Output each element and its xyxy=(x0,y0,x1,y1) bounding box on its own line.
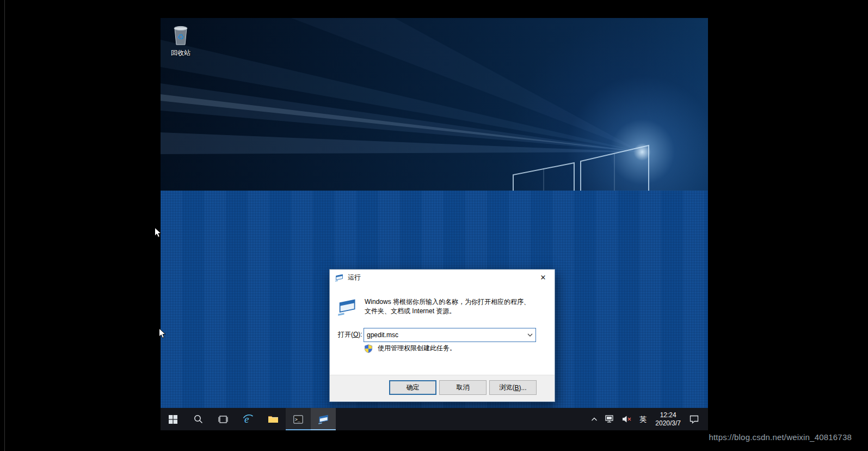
run-app-icon xyxy=(318,414,329,425)
wallpaper-light-beams xyxy=(161,18,708,191)
command-prompt-icon: >_ xyxy=(293,415,303,424)
browse-label-post: )... xyxy=(519,384,527,392)
open-combobox xyxy=(364,328,536,342)
screen-edge-line xyxy=(4,0,5,451)
open-label-key: O xyxy=(353,331,358,338)
ime-indicator[interactable]: 英 xyxy=(636,408,650,430)
open-label-pre: 打开( xyxy=(338,331,353,338)
run-body-icon xyxy=(337,297,356,317)
open-field-label: 打开(O): xyxy=(338,328,362,341)
command-prompt-button[interactable]: >_ xyxy=(286,408,311,430)
network-icon xyxy=(605,415,614,423)
tray-date: 2020/3/7 xyxy=(655,419,681,428)
admin-note-text: 使用管理权限创建此任务。 xyxy=(378,344,456,353)
open-input[interactable] xyxy=(364,328,525,342)
run-dialog-title: 运行 xyxy=(348,273,361,282)
svg-text:♻: ♻ xyxy=(177,32,184,42)
recycle-bin[interactable]: ♻ 回收站 xyxy=(162,23,200,58)
browse-label-pre: 浏览( xyxy=(499,383,514,392)
chevron-up-icon xyxy=(591,417,598,422)
taskbar-search-button[interactable] xyxy=(186,408,211,430)
chevron-down-icon xyxy=(527,333,533,337)
network-tray-button[interactable] xyxy=(601,408,618,430)
file-explorer-button[interactable] xyxy=(261,408,286,430)
run-dialog-footer: 确定 取消 浏览(B)... xyxy=(330,375,555,401)
run-dialog-description-line1: Windows 将根据你所输入的名称，为你打开相应的程序、 xyxy=(365,297,530,307)
combobox-dropdown-button[interactable] xyxy=(525,328,535,342)
run-app-button[interactable] xyxy=(311,408,336,430)
recycle-bin-icon: ♻ xyxy=(171,23,190,47)
volume-tray-button[interactable] xyxy=(618,408,636,430)
search-icon xyxy=(194,415,203,424)
run-dialog-description-line2: 文件夹、文档或 Internet 资源。 xyxy=(365,307,530,316)
run-dialog-body: Windows 将根据你所输入的名称，为你打开相应的程序、 文件夹、文档或 In… xyxy=(330,285,555,375)
file-explorer-icon xyxy=(268,415,279,424)
task-view-button[interactable] xyxy=(211,408,236,430)
open-label-post: ): xyxy=(358,331,362,338)
browse-button[interactable]: 浏览(B)... xyxy=(489,380,537,395)
internet-explorer-icon: e xyxy=(242,413,254,425)
close-icon[interactable]: ✕ xyxy=(532,270,555,285)
cancel-button[interactable]: 取消 xyxy=(439,380,487,395)
action-center-button[interactable] xyxy=(686,408,703,430)
tray-chevron-button[interactable] xyxy=(587,408,601,430)
remote-desktop-view: ♻ 回收站 运行 ✕ W xyxy=(0,0,868,451)
desktop-wallpaper xyxy=(161,18,708,191)
tray-clock[interactable]: 12:24 2020/3/7 xyxy=(650,408,686,430)
taskbar: e >_ xyxy=(161,408,708,430)
watermark: https://blog.csdn.net/weixin_40816738 xyxy=(709,432,852,442)
admin-note-row: 使用管理权限创建此任务。 xyxy=(364,344,456,353)
run-dialog-titlebar[interactable]: 运行 ✕ xyxy=(330,270,555,285)
action-center-icon xyxy=(690,415,699,424)
run-dialog-description: Windows 将根据你所输入的名称，为你打开相应的程序、 文件夹、文档或 In… xyxy=(365,297,530,316)
uac-shield-icon xyxy=(364,344,373,353)
run-dialog: 运行 ✕ Windows 将根据你所输入的名称，为你打开相应的程序、 文件夹、文… xyxy=(329,269,555,402)
internet-explorer-button[interactable]: e xyxy=(236,408,261,430)
task-view-icon xyxy=(218,416,228,423)
svg-text:>_: >_ xyxy=(295,417,300,422)
recycle-bin-label: 回收站 xyxy=(171,48,190,58)
start-button[interactable] xyxy=(161,408,186,430)
windows-logo-icon xyxy=(169,415,177,424)
ok-button[interactable]: 确定 xyxy=(389,380,436,395)
speaker-muted-icon xyxy=(622,415,632,423)
desktop: ♻ 回收站 运行 ✕ W xyxy=(161,0,708,430)
tray-time: 12:24 xyxy=(660,411,676,419)
browse-label-key: B xyxy=(514,384,519,392)
system-tray: 英 12:24 2020/3/7 xyxy=(587,408,708,430)
run-icon xyxy=(335,273,343,282)
